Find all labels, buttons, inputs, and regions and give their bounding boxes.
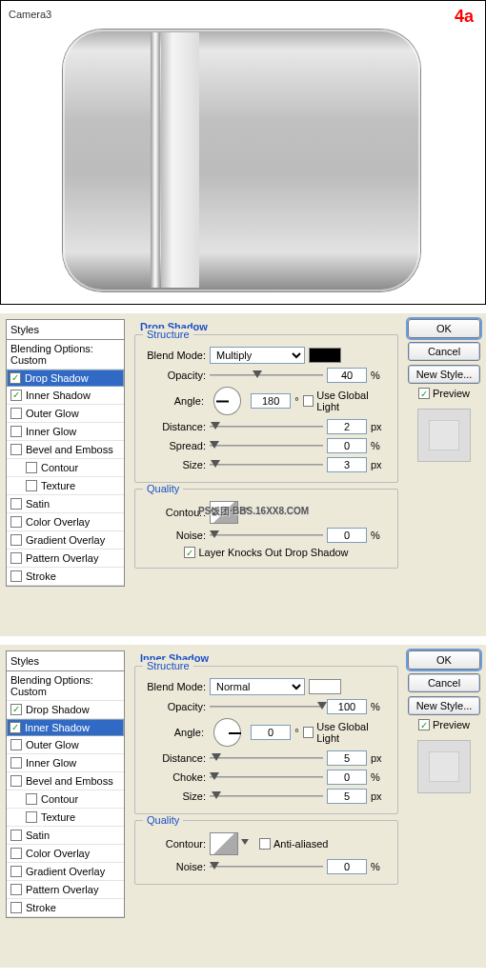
checkbox-icon[interactable] [26,793,37,805]
checkbox-icon[interactable] [10,444,22,455]
checkbox-icon[interactable] [10,902,22,913]
angle-dial[interactable] [213,718,241,747]
choke-slider[interactable] [210,770,323,784]
style-outer-glow[interactable]: Outer Glow [7,736,124,754]
style-pattern-overlay[interactable]: Pattern Overlay [7,550,124,568]
style-satin[interactable]: Satin [7,495,124,513]
size-label: Size: [141,790,206,802]
style-color-overlay[interactable]: Color Overlay [7,845,124,863]
checkbox-icon[interactable] [10,408,22,419]
checkbox-icon[interactable] [10,757,22,769]
opacity-input[interactable] [327,368,367,383]
opacity-slider[interactable] [210,369,323,382]
new-style-button[interactable]: New Style... [408,696,480,715]
checkbox-icon[interactable] [10,830,22,841]
noise-input[interactable] [327,528,367,543]
size-slider[interactable] [210,790,323,803]
quality-group: Quality Contour: Anti-aliased Noise: % [134,820,398,885]
style-gradient-overlay[interactable]: Gradient Overlay [7,531,124,550]
noise-slider[interactable] [210,860,323,873]
spread-slider[interactable] [210,439,323,452]
checkbox-icon[interactable] [10,372,21,384]
noise-slider[interactable] [210,529,323,542]
opacity-input[interactable] [327,699,367,714]
style-inner-shadow[interactable]: Inner Shadow [7,719,124,736]
distance-slider[interactable] [210,420,323,433]
style-bevel-emboss[interactable]: Bevel and Emboss [7,772,124,790]
size-input[interactable] [327,789,367,804]
checkbox-icon[interactable] [10,722,21,733]
checkbox-icon[interactable] [10,552,22,564]
style-drop-shadow[interactable]: Drop Shadow [7,370,124,387]
group-title: Quality [143,483,183,494]
checkbox-icon[interactable] [10,704,22,715]
ok-button[interactable]: OK [408,650,480,670]
style-inner-shadow[interactable]: Inner Shadow [7,387,124,405]
angle-input[interactable] [251,725,291,740]
noise-input[interactable] [327,859,367,874]
cancel-button[interactable]: Cancel [408,342,480,361]
blend-mode-select[interactable]: Multiply [210,347,305,364]
distance-slider[interactable] [210,751,323,765]
checkbox-icon[interactable] [10,426,22,437]
opacity-slider[interactable] [210,700,323,713]
style-inner-glow[interactable]: Inner Glow [7,423,124,441]
noise-label: Noise: [141,861,206,872]
checkbox-icon[interactable] [10,866,22,877]
blending-options-row[interactable]: Blending Options: Custom [7,671,124,701]
antialiased-checkbox[interactable]: Anti-aliased [259,838,328,850]
step-label: 4a [455,7,474,27]
distance-input[interactable] [327,750,367,766]
checkbox-icon[interactable] [10,498,22,510]
blending-options-row[interactable]: Blending Options: Custom [7,340,124,370]
style-outer-glow[interactable]: Outer Glow [7,405,124,423]
style-texture[interactable]: Texture [7,809,124,827]
preview-checkbox[interactable]: Preview [408,388,480,399]
angle-input[interactable] [251,393,291,409]
style-stroke[interactable]: Stroke [7,568,124,586]
style-gradient-overlay[interactable]: Gradient Overlay [7,863,124,881]
ok-button[interactable]: OK [408,319,480,338]
spread-input[interactable] [327,438,367,453]
color-swatch[interactable] [309,679,341,694]
checkbox-icon[interactable] [10,884,22,895]
styles-header[interactable]: Styles [6,650,125,671]
layer-style-dialog-inner-shadow: Styles Blending Options: Custom Drop Sha… [0,644,486,968]
style-color-overlay[interactable]: Color Overlay [7,513,124,531]
checkbox-icon[interactable] [10,534,22,546]
checkbox-icon[interactable] [10,390,22,401]
choke-input[interactable] [327,770,367,785]
styles-header[interactable]: Styles [6,319,125,340]
new-style-button[interactable]: New Style... [408,365,480,384]
noise-label: Noise: [141,530,206,541]
contour-picker[interactable] [210,832,238,855]
checkbox-icon[interactable] [10,848,22,859]
checkbox-icon[interactable] [26,462,37,473]
color-swatch[interactable] [309,348,341,363]
blend-mode-select[interactable]: Normal [210,678,305,695]
style-bevel-emboss[interactable]: Bevel and Emboss [7,441,124,459]
style-contour[interactable]: Contour [7,790,124,809]
checkbox-icon[interactable] [10,775,22,787]
style-satin[interactable]: Satin [7,827,124,845]
checkbox-icon[interactable] [26,480,37,491]
use-global-light-checkbox[interactable]: Use Global Light [303,390,392,412]
style-texture[interactable]: Texture [7,477,124,495]
layer-knocks-out-checkbox[interactable]: Layer Knocks Out Drop Shadow [184,547,348,558]
size-slider[interactable] [210,458,323,471]
checkbox-icon[interactable] [26,811,37,823]
angle-dial[interactable] [213,387,241,415]
style-pattern-overlay[interactable]: Pattern Overlay [7,881,124,899]
size-input[interactable] [327,457,367,472]
distance-input[interactable] [327,419,367,434]
checkbox-icon[interactable] [10,739,22,750]
style-stroke[interactable]: Stroke [7,899,124,917]
style-contour[interactable]: Contour [7,459,124,477]
checkbox-icon[interactable] [10,516,22,528]
cancel-button[interactable]: Cancel [408,673,480,692]
use-global-light-checkbox[interactable]: Use Global Light [303,721,392,744]
style-drop-shadow[interactable]: Drop Shadow [7,701,124,719]
preview-checkbox[interactable]: Preview [408,719,480,730]
checkbox-icon[interactable] [10,570,22,582]
style-inner-glow[interactable]: Inner Glow [7,754,124,772]
